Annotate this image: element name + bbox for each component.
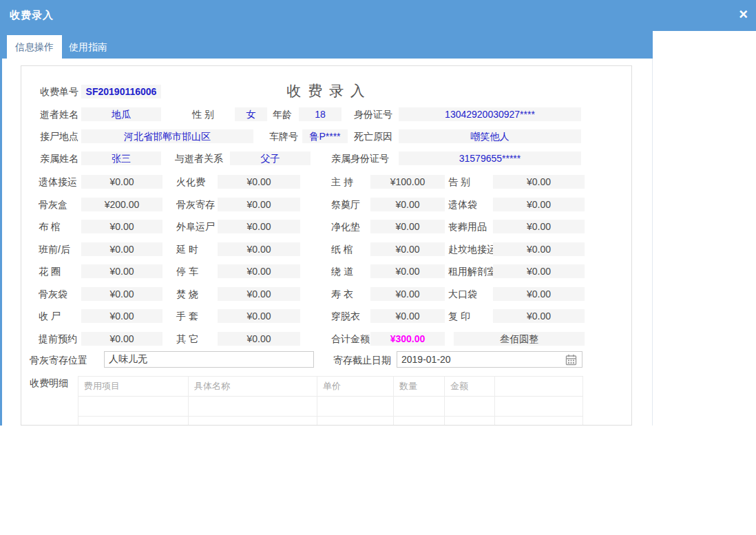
fee-item-label: 骨灰盒 bbox=[39, 199, 67, 211]
storage-deadline-input[interactable] bbox=[397, 351, 582, 368]
fee-item-label: 火化费 bbox=[176, 176, 205, 189]
fee-amount-field[interactable]: ¥0.00 bbox=[493, 287, 585, 301]
pickup-place-field[interactable]: 河北省邯郸市邯山区 bbox=[81, 129, 253, 143]
fee-item-label: 净化垫 bbox=[331, 221, 360, 233]
fee-amount-field[interactable]: ¥0.00 bbox=[218, 175, 300, 189]
detail-cell bbox=[317, 417, 394, 426]
receipt-no-field[interactable]: SF20190116006 bbox=[81, 85, 161, 98]
fee-amount-field[interactable]: ¥0.00 bbox=[81, 287, 162, 301]
storage-deadline-label: 寄存截止日期 bbox=[333, 355, 391, 367]
fee-amount-field[interactable]: ¥0.00 bbox=[218, 264, 300, 278]
fee-item-label: 骨灰寄存 bbox=[176, 199, 215, 211]
fee-item-label: 焚 烧 bbox=[176, 289, 198, 301]
receipt-no-label: 收费单号 bbox=[40, 86, 78, 98]
fee-amount-field[interactable]: ¥0.00 bbox=[81, 242, 162, 256]
pickup-place-label: 接尸地点 bbox=[40, 131, 78, 143]
fee-amount-field[interactable]: ¥100.00 bbox=[370, 175, 445, 189]
fee-item-label: 租用解剖室 bbox=[448, 266, 496, 278]
fee-item-label: 班前/后 bbox=[39, 244, 70, 256]
detail-cell bbox=[189, 397, 317, 417]
fee-detail-table: 费用项目具体名称单价数量金额 bbox=[78, 376, 583, 426]
detail-cell bbox=[445, 417, 495, 426]
fee-amount-field[interactable]: ¥0.00 bbox=[81, 332, 162, 346]
detail-cell bbox=[394, 397, 445, 417]
fee-amount-field[interactable]: ¥0.00 bbox=[370, 309, 445, 323]
fee-amount-field[interactable]: ¥0.00 bbox=[81, 309, 162, 323]
fee-amount-field[interactable]: ¥0.00 bbox=[218, 309, 300, 323]
fee-detail-label: 收费明细 bbox=[30, 377, 68, 390]
dialog-titlebar: 收费录入 × bbox=[0, 0, 756, 31]
detail-header-row: 费用项目具体名称单价数量金额 bbox=[78, 377, 583, 397]
fee-amount-field[interactable]: ¥0.00 bbox=[370, 220, 445, 233]
detail-column-header bbox=[495, 377, 583, 397]
detail-cell bbox=[495, 417, 583, 426]
detail-cell bbox=[189, 417, 317, 426]
fee-amount-field[interactable]: ¥0.00 bbox=[493, 242, 585, 256]
detail-cell bbox=[445, 397, 495, 417]
fee-item-label: 提前预约 bbox=[39, 333, 77, 346]
fee-amount-field[interactable]: ¥0.00 bbox=[218, 242, 300, 256]
detail-cell bbox=[317, 397, 394, 417]
fee-amount-field[interactable]: ¥0.00 bbox=[218, 332, 300, 346]
relation-label: 与逝者关系 bbox=[175, 153, 223, 165]
ash-storage-location-label: 骨灰寄存位置 bbox=[30, 355, 87, 367]
fee-item-label: 祭奠厅 bbox=[331, 199, 360, 211]
fee-amount-field[interactable]: ¥0.00 bbox=[370, 264, 445, 278]
fee-amount-field[interactable]: ¥0.00 bbox=[493, 220, 585, 233]
fee-item-label: 赴坟地接运 bbox=[448, 244, 496, 256]
fee-item-label: 大口袋 bbox=[448, 289, 477, 301]
total-amount-label: 合计金额 bbox=[331, 333, 370, 346]
side-blank-area bbox=[653, 31, 756, 426]
detail-cell bbox=[78, 397, 189, 417]
relative-name-field[interactable]: 张三 bbox=[81, 151, 161, 165]
fee-item-label: 寿 衣 bbox=[331, 289, 353, 301]
fee-item-label: 绕 道 bbox=[331, 266, 353, 278]
tab-info-operation[interactable]: 信息操作 bbox=[7, 35, 62, 59]
fee-item-label: 外阜运尸 bbox=[176, 221, 215, 233]
deceased-name-field[interactable]: 地瓜 bbox=[81, 107, 161, 121]
death-cause-label: 死亡原因 bbox=[354, 131, 392, 143]
tab-user-guide[interactable]: 使用指南 bbox=[61, 35, 116, 59]
fee-item-label: 花 圈 bbox=[39, 266, 61, 278]
age-field[interactable]: 18 bbox=[299, 107, 342, 121]
fee-amount-field[interactable]: ¥0.00 bbox=[81, 175, 162, 189]
fee-amount-field[interactable]: ¥0.00 bbox=[493, 264, 585, 278]
dialog-content-column: 信息操作 使用指南 收 费 录 入 收费单号 SF20190116006 逝者姓… bbox=[0, 31, 653, 426]
fee-item-label: 复 印 bbox=[448, 311, 470, 323]
ash-storage-location-input[interactable] bbox=[104, 351, 314, 368]
fee-item-label: 遗体接运 bbox=[39, 176, 77, 189]
relative-id-field[interactable]: 31579655***** bbox=[399, 151, 581, 165]
gender-field[interactable]: 女 bbox=[235, 107, 267, 121]
fee-amount-field[interactable]: ¥0.00 bbox=[218, 198, 300, 211]
fee-amount-field[interactable]: ¥0.00 bbox=[218, 220, 300, 233]
fee-amount-field[interactable]: ¥0.00 bbox=[81, 264, 162, 278]
form-panel: 收 费 录 入 收费单号 SF20190116006 逝者姓名 地瓜 性 别 女… bbox=[21, 65, 632, 426]
fee-amount-field[interactable]: ¥0.00 bbox=[493, 175, 585, 189]
detail-column-header: 数量 bbox=[394, 377, 445, 397]
fee-amount-field[interactable]: ¥0.00 bbox=[370, 287, 445, 301]
relation-field[interactable]: 父子 bbox=[230, 151, 311, 165]
fee-amount-field[interactable]: ¥200.00 bbox=[81, 198, 162, 211]
fee-amount-field[interactable]: ¥0.00 bbox=[370, 198, 445, 211]
fee-item-label: 布 棺 bbox=[39, 221, 61, 233]
id-number-field[interactable]: 13042920030927**** bbox=[399, 107, 581, 121]
detail-column-header: 具体名称 bbox=[189, 377, 317, 397]
fee-amount-field[interactable]: ¥0.00 bbox=[493, 309, 585, 323]
amount-in-words-field[interactable]: 叁佰圆整 bbox=[454, 332, 585, 346]
detail-cell bbox=[394, 417, 445, 426]
detail-empty-row bbox=[78, 417, 583, 426]
death-cause-field[interactable]: 嘲笑他人 bbox=[399, 129, 581, 143]
fee-item-label: 遗体袋 bbox=[448, 199, 477, 211]
relative-name-label: 亲属姓名 bbox=[40, 153, 78, 165]
detail-column-header: 金额 bbox=[445, 377, 495, 397]
fee-amount-field[interactable]: ¥0.00 bbox=[493, 198, 585, 211]
plate-no-label: 车牌号 bbox=[269, 131, 298, 143]
plate-no-field[interactable]: 鲁P**** bbox=[302, 129, 348, 143]
close-icon[interactable]: × bbox=[739, 6, 748, 23]
fee-amount-field[interactable]: ¥0.00 bbox=[218, 287, 300, 301]
total-amount-field[interactable]: ¥300.00 bbox=[370, 332, 445, 346]
calendar-icon[interactable] bbox=[565, 354, 577, 368]
detail-column-header: 费用项目 bbox=[78, 377, 189, 397]
fee-amount-field[interactable]: ¥0.00 bbox=[370, 242, 445, 256]
fee-amount-field[interactable]: ¥0.00 bbox=[81, 220, 162, 233]
